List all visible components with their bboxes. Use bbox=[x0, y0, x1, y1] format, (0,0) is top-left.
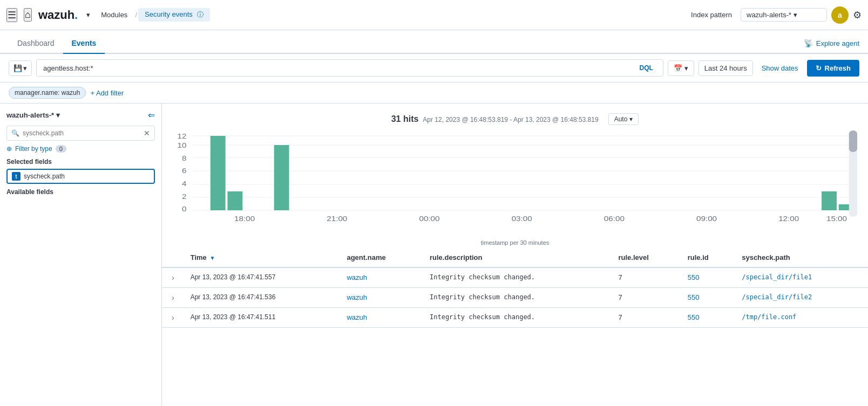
cell-level-2: 7 bbox=[612, 308, 681, 328]
home-icon[interactable]: ⌂ bbox=[24, 8, 32, 22]
field-name-syscheck-path: syscheck.path bbox=[24, 173, 65, 180]
explore-agent-button[interactable]: 📡 Explore agent bbox=[804, 39, 859, 53]
app-logo: wazuh. bbox=[38, 8, 78, 22]
sidebar-index-selector[interactable]: wazuh-alerts-* ▾ bbox=[6, 111, 60, 119]
search-input[interactable] bbox=[43, 64, 636, 72]
nav-dropdown-button[interactable]: ▾ bbox=[86, 11, 90, 19]
chevron-down-icon: ▾ bbox=[86, 11, 90, 19]
cell-agent-0[interactable]: wazuh bbox=[340, 267, 423, 288]
search-input-wrap: DQL bbox=[36, 59, 663, 77]
dql-button[interactable]: DQL bbox=[636, 63, 656, 73]
avatar[interactable]: a bbox=[831, 6, 849, 24]
table-row: › Apr 13, 2023 @ 16:47:41.511 wazuh Inte… bbox=[162, 308, 868, 328]
sidebar-collapse-icon[interactable]: ⇐ bbox=[148, 110, 155, 120]
cell-time-2: Apr 13, 2023 @ 16:47:41.511 bbox=[184, 308, 341, 328]
svg-text:21:00: 21:00 bbox=[327, 215, 347, 222]
chevron-down-icon: ▾ bbox=[23, 64, 27, 72]
svg-text:09:00: 09:00 bbox=[696, 215, 717, 222]
filter-by-type-button[interactable]: ⊕ Filter by type 0 bbox=[6, 145, 155, 153]
time-range-label: Last 24 hours bbox=[699, 60, 753, 76]
chart-bar[interactable] bbox=[227, 191, 242, 210]
cell-path-0[interactable]: /special_dir/file1 bbox=[735, 267, 868, 288]
cell-level-1: 7 bbox=[612, 288, 681, 308]
svg-text:15:00: 15:00 bbox=[826, 215, 847, 222]
field-type-icon: t bbox=[12, 172, 21, 181]
column-header-syscheck-path[interactable]: syscheck.path bbox=[735, 248, 868, 267]
svg-text:12:00: 12:00 bbox=[778, 215, 799, 222]
index-pattern-select[interactable]: wazuh-alerts-* ▾ bbox=[741, 8, 827, 22]
expand-row-button-2[interactable]: › bbox=[168, 313, 178, 322]
tab-dashboard[interactable]: Dashboard bbox=[9, 33, 63, 54]
cell-agent-2[interactable]: wazuh bbox=[340, 308, 423, 328]
cell-agent-1[interactable]: wazuh bbox=[340, 288, 423, 308]
expand-column-header bbox=[162, 248, 184, 267]
clear-search-icon[interactable]: ✕ bbox=[144, 129, 150, 137]
filter-icon: ⊕ bbox=[6, 145, 12, 153]
settings-icon[interactable]: ⚙ bbox=[853, 9, 862, 21]
cell-ruleid-0[interactable]: 550 bbox=[681, 267, 736, 288]
cell-ruleid-1[interactable]: 550 bbox=[681, 288, 736, 308]
svg-text:8: 8 bbox=[182, 155, 187, 162]
svg-rect-23 bbox=[849, 130, 857, 152]
table-row: › Apr 13, 2023 @ 16:47:41.557 wazuh Inte… bbox=[162, 267, 868, 288]
auto-interval-select[interactable]: Auto ▾ bbox=[608, 113, 639, 125]
cell-time-0: Apr 13, 2023 @ 16:47:41.557 bbox=[184, 267, 341, 288]
chart-bar[interactable] bbox=[211, 136, 226, 210]
chevron-down-icon: ▾ bbox=[56, 111, 60, 119]
sidebar-search-input[interactable] bbox=[23, 129, 140, 137]
chart-bar[interactable] bbox=[822, 191, 837, 210]
cell-path-2[interactable]: /tmp/file.conf bbox=[735, 308, 868, 328]
chevron-down-icon: ▾ bbox=[684, 64, 688, 72]
time-range-display: Apr 12, 2023 @ 16:48:53.819 - Apr 13, 20… bbox=[423, 116, 598, 123]
time-picker[interactable]: 📅 ▾ bbox=[668, 60, 694, 76]
column-header-time[interactable]: Time ▼ bbox=[184, 248, 341, 267]
refresh-icon: ↻ bbox=[816, 64, 822, 72]
selected-field-syscheck-path[interactable]: t syscheck.path bbox=[6, 169, 155, 184]
tabs-bar: Dashboard Events 📡 Explore agent bbox=[0, 30, 868, 54]
breadcrumb-security-events[interactable]: Security events ⓘ bbox=[138, 8, 210, 22]
hamburger-icon[interactable]: ☰ bbox=[6, 8, 17, 22]
breadcrumb-modules[interactable]: Modules bbox=[94, 9, 134, 21]
svg-text:12: 12 bbox=[177, 133, 186, 140]
hits-time-row: 31 hits Apr 12, 2023 @ 16:48:53.819 - Ap… bbox=[173, 110, 857, 125]
svg-text:6: 6 bbox=[182, 167, 187, 174]
chart-bar[interactable] bbox=[274, 145, 289, 210]
available-fields-label: Available fields bbox=[6, 188, 155, 196]
expand-row-button-0[interactable]: › bbox=[168, 273, 178, 282]
save-query-button[interactable]: 💾 ▾ bbox=[9, 60, 32, 76]
cell-path-1[interactable]: /special_dir/file2 bbox=[735, 288, 868, 308]
main-layout: wazuh-alerts-* ▾ ⇐ 🔍 ✕ ⊕ Filter by type … bbox=[0, 104, 868, 406]
wifi-icon: 📡 bbox=[804, 39, 813, 47]
expand-row-button-1[interactable]: › bbox=[168, 293, 178, 302]
top-nav: ☰ ⌂ wazuh. ▾ Modules / Security events ⓘ… bbox=[0, 0, 868, 30]
chevron-down-icon: ▾ bbox=[794, 11, 797, 19]
column-header-agent-name[interactable]: agent.name bbox=[340, 248, 423, 267]
column-header-rule-description[interactable]: rule.description bbox=[423, 248, 612, 267]
column-header-rule-id[interactable]: rule.id bbox=[681, 248, 736, 267]
cell-ruleid-2[interactable]: 550 bbox=[681, 308, 736, 328]
calendar-icon: 📅 bbox=[674, 64, 682, 72]
search-icon: 🔍 bbox=[11, 129, 19, 137]
table-header-row: Time ▼ agent.name rule.description rule.… bbox=[162, 248, 868, 267]
svg-text:03:00: 03:00 bbox=[512, 215, 532, 222]
histogram-chart: 12 10 8 6 4 2 0 bbox=[173, 130, 857, 238]
filter-tag-manager[interactable]: manager.name: wazuh bbox=[9, 87, 86, 99]
sort-icon: ▼ bbox=[209, 255, 215, 261]
svg-text:06:00: 06:00 bbox=[604, 215, 625, 222]
tab-events[interactable]: Events bbox=[63, 33, 105, 54]
sidebar-header: wazuh-alerts-* ▾ ⇐ bbox=[6, 110, 155, 120]
chart-wrap: 12 10 8 6 4 2 0 bbox=[173, 130, 857, 238]
save-icon: 💾 bbox=[13, 64, 22, 72]
svg-text:00:00: 00:00 bbox=[419, 215, 439, 222]
show-dates-button[interactable]: Show dates bbox=[757, 64, 803, 72]
refresh-button[interactable]: ↻ Refresh bbox=[807, 60, 859, 77]
cell-desc-1: Integrity checksum changed. bbox=[423, 288, 612, 308]
filter-count-badge: 0 bbox=[56, 145, 66, 153]
sidebar-field-search: 🔍 ✕ bbox=[6, 126, 155, 141]
cell-level-0: 7 bbox=[612, 267, 681, 288]
breadcrumb-separator: / bbox=[135, 11, 137, 19]
breadcrumb: Modules / Security events ⓘ bbox=[94, 8, 209, 22]
search-bar: 💾 ▾ DQL 📅 ▾ Last 24 hours Show dates ↻ R… bbox=[0, 54, 868, 82]
column-header-rule-level[interactable]: rule.level bbox=[612, 248, 681, 267]
add-filter-button[interactable]: + Add filter bbox=[90, 89, 124, 97]
